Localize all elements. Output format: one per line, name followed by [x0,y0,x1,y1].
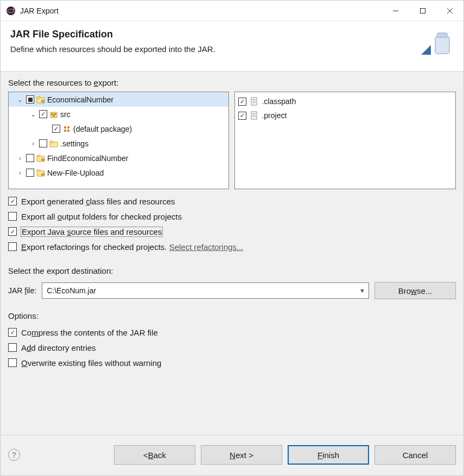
options-label: Options: [8,311,456,320]
svg-rect-8 [435,36,449,54]
project-icon: J [36,169,45,177]
export-option-label: Export all output folders for checked pr… [21,212,182,221]
eclipse-app-icon [6,6,16,16]
svg-rect-33 [252,99,256,100]
tree-checkbox[interactable] [39,139,47,147]
option-checkbox[interactable] [8,343,17,352]
file-icon [250,97,258,106]
titlebar-controls [382,1,463,21]
file-list[interactable]: .classpath.project [234,92,456,189]
tree-node-label: src [60,110,71,119]
file-icon [250,111,258,120]
svg-rect-20 [64,130,66,132]
export-option-checkbox[interactable] [8,197,17,205]
package-root-icon [49,110,58,119]
option-label: Overwrite existing files without warning [21,358,161,368]
option-checkbox[interactable] [8,358,17,367]
export-option-checkbox[interactable] [8,227,17,236]
tree-checkbox[interactable] [26,169,34,177]
chevron-down-icon: ▼ [359,287,365,294]
tree-node-label: .settings [60,139,88,148]
finish-button[interactable]: Finish [288,445,369,465]
tree-caret-icon[interactable]: ⌄ [29,111,37,118]
minimize-button[interactable] [382,1,409,21]
tree-checkbox[interactable] [52,125,60,133]
dialog-window: JAR Export JAR File Specification Define… [0,0,464,476]
option-item: Overwrite existing files without warning [8,355,456,370]
file-row[interactable]: .project [238,108,452,123]
refactorings-link[interactable]: Select refactorings... [169,242,244,252]
back-button[interactable]: < Back [114,445,195,465]
file-checkbox[interactable] [238,112,246,120]
options-group: Compress the contents of the JAR fileAdd… [8,325,456,370]
option-item: Compress the contents of the JAR file [8,325,456,340]
svg-rect-15 [52,113,53,115]
footer-buttons: < Back Next > Finish Cancel [114,445,456,465]
svg-rect-29 [37,170,40,171]
svg-rect-35 [252,102,256,103]
option-checkbox[interactable] [8,328,17,337]
wizard-header: JAR File Specification Define which reso… [1,21,463,72]
tree-node[interactable]: (default package) [9,121,228,136]
tree-node-label: (default package) [73,125,132,133]
svg-rect-16 [54,113,56,115]
project-tree[interactable]: ⌄JEconomicalNumber⌄src(default package)›… [8,92,229,189]
svg-rect-37 [252,113,256,114]
svg-rect-18 [64,126,66,128]
tree-checkbox[interactable] [26,154,34,162]
svg-rect-11 [37,97,40,98]
tree-node-label: EconomicalNumber [47,95,113,104]
close-button[interactable] [436,1,463,21]
tree-node[interactable]: ›JFindEconomicalNumber [9,151,228,165]
file-row[interactable]: .classpath [238,94,452,108]
tree-caret-icon[interactable]: › [16,155,24,162]
export-option-checkbox[interactable] [8,242,17,251]
file-checkbox[interactable] [238,98,246,106]
svg-rect-4 [421,8,425,13]
export-option: Export refactorings for checked projects… [8,239,456,254]
maximize-button[interactable] [409,1,436,21]
option-label: Add directory entries [21,343,96,352]
browse-button[interactable]: Browse... [374,282,456,299]
svg-rect-17 [53,115,55,117]
jar-file-combo[interactable]: C:\EcoNum.jar ▼ [42,282,369,299]
help-icon[interactable]: ? [8,449,20,461]
svg-rect-19 [67,126,69,128]
svg-rect-9 [437,33,447,37]
tree-caret-icon[interactable]: ⌄ [16,96,24,104]
tree-node[interactable]: ›JNew-File-Upload [9,165,228,180]
tree-node[interactable]: ›.settings [9,136,228,151]
svg-rect-39 [252,117,256,117]
package-icon [62,125,71,133]
tree-node[interactable]: ⌄JEconomicalNumber [9,92,228,107]
svg-rect-23 [50,141,53,143]
titlebar-left: JAR Export [6,6,59,16]
tree-node[interactable]: ⌄src [9,107,228,121]
resources-panels: ⌄JEconomicalNumber⌄src(default package)›… [8,92,456,189]
cancel-button[interactable]: Cancel [374,445,456,465]
file-label: .project [262,111,287,120]
next-button[interactable]: Next > [201,445,282,465]
tree-checkbox[interactable] [26,95,34,104]
destination-label: Select the export destination: [8,266,456,275]
svg-rect-34 [252,101,256,101]
svg-point-2 [13,8,15,10]
export-option: Export Java source files and resources [8,224,456,239]
svg-rect-21 [67,130,69,132]
export-option: Export generated class files and resourc… [8,194,456,209]
page-title: JAR File Specification [10,29,215,40]
wizard-footer: ? < Back Next > Finish Cancel [1,435,463,475]
tree-checkbox[interactable] [39,110,47,118]
titlebar: JAR Export [1,1,463,21]
header-text: JAR File Specification Define which reso… [10,29,215,54]
tree-node-label: New-File-Upload [47,169,104,177]
option-label: Compress the contents of the JAR file [21,328,158,337]
resources-label: Select the resources to export: [8,78,456,87]
option-item: Add directory entries [8,340,456,355]
tree-caret-icon[interactable]: › [16,169,24,177]
export-option: Export all output folders for checked pr… [8,209,456,224]
wizard-body: Select the resources to export: ⌄JEconom… [1,72,463,435]
export-option-checkbox[interactable] [8,212,17,221]
jar-file-value: C:\EcoNum.jar [47,286,96,295]
tree-caret-icon[interactable]: › [29,140,37,147]
